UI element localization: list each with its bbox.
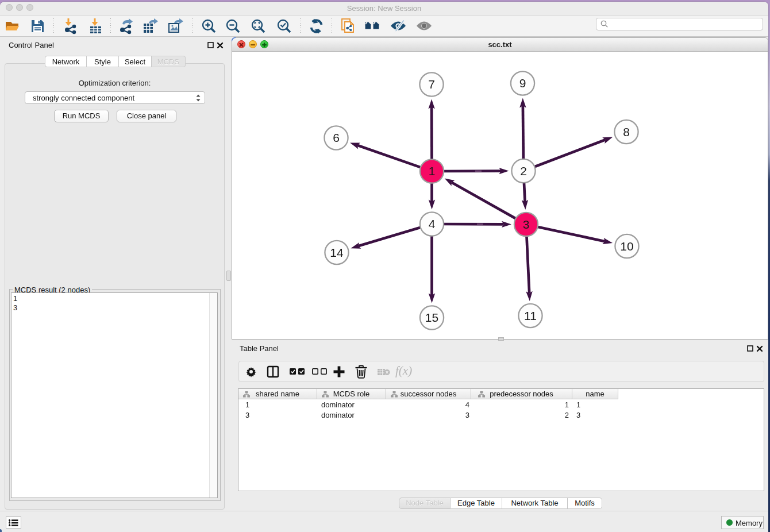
svg-text:11: 11 (524, 309, 537, 322)
svg-text:7: 7 (428, 78, 435, 91)
svg-text:1: 1 (429, 164, 436, 178)
svg-text:10: 10 (620, 240, 633, 253)
svg-text:3: 3 (523, 218, 530, 231)
svg-text:6: 6 (333, 131, 340, 144)
svg-text:15: 15 (425, 311, 438, 324)
svg-text:2: 2 (520, 164, 527, 178)
svg-text:9: 9 (519, 76, 526, 90)
svg-text:4: 4 (429, 217, 436, 230)
svg-text:8: 8 (623, 125, 630, 138)
svg-text:14: 14 (330, 246, 344, 259)
